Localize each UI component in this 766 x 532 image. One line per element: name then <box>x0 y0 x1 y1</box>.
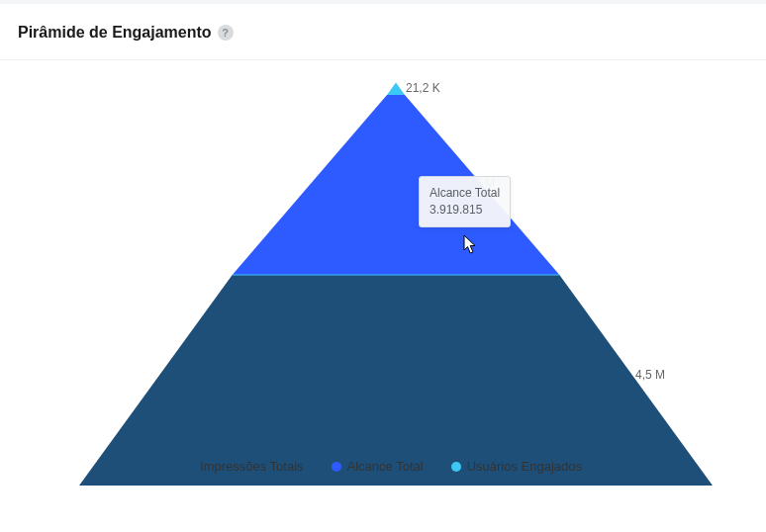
help-icon[interactable]: ? <box>218 25 234 41</box>
legend-item-usuarios[interactable]: Usuários Engajados <box>451 459 582 474</box>
panel-title: Pirâmide de Engajamento <box>18 24 212 42</box>
tooltip-title: Alcance Total <box>430 185 500 202</box>
label-bottom: 4,5 M <box>635 368 665 382</box>
swatch-icon <box>184 462 194 472</box>
tier-top[interactable] <box>387 83 405 95</box>
panel-header: Pirâmide de Engajamento ? <box>0 4 766 60</box>
legend-label: Impressões Totais <box>200 459 304 474</box>
label-top: 21,2 K <box>406 81 440 95</box>
legend-item-alcance[interactable]: Alcance Total <box>332 459 424 474</box>
chart-legend: Impressões Totais Alcance Total Usuários… <box>0 459 766 474</box>
pyramid-svg: 21,2 K 3,9 M 4,5 M <box>0 60 766 486</box>
pyramid-chart[interactable]: 21,2 K 3,9 M 4,5 M Alcance Total 3.919.8… <box>0 60 766 486</box>
legend-item-impressoes[interactable]: Impressões Totais <box>184 459 304 474</box>
swatch-icon <box>451 462 461 472</box>
legend-label: Alcance Total <box>347 459 424 474</box>
swatch-icon <box>332 462 341 472</box>
legend-label: Usuários Engajados <box>467 459 582 474</box>
tier-bottom[interactable] <box>79 275 713 486</box>
tooltip-value: 3.919.815 <box>430 202 500 219</box>
chart-tooltip: Alcance Total 3.919.815 <box>419 176 511 227</box>
